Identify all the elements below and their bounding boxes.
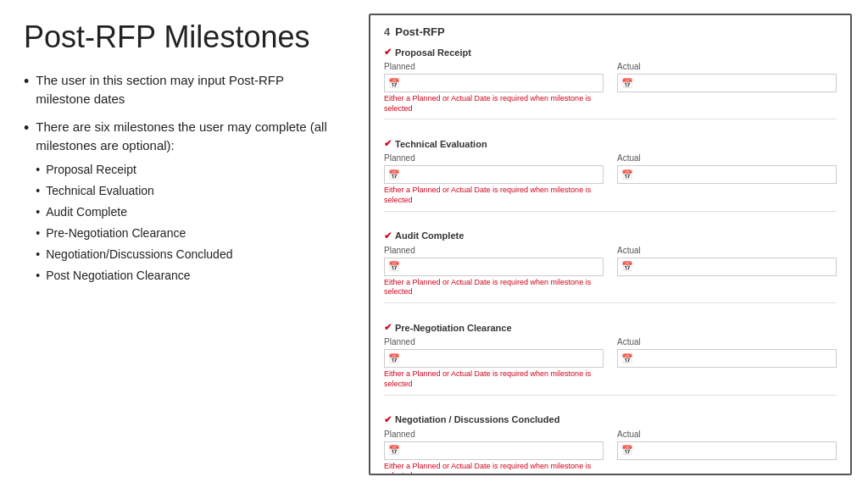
planned-date-input-4[interactable] — [403, 446, 599, 455]
calendar-planned-icon-0: 📅 — [388, 77, 400, 89]
milestone-check-0: ✔ — [384, 47, 392, 58]
actual-label-0: Actual — [617, 62, 837, 71]
bullet-item-2: There are six milestones the user may co… — [24, 118, 328, 288]
actual-field-4: Actual 📅 — [617, 430, 837, 460]
page-title: Post-RFP Milestones — [24, 20, 328, 54]
planned-input-wrapper-1[interactable]: 📅 — [384, 165, 604, 184]
validation-msg-planned-4: Either a Planned or Actual Date is requi… — [384, 462, 604, 476]
milestone-label-3: ✔ Pre-Negotiation Clearance — [384, 322, 837, 333]
actual-date-input-1[interactable] — [636, 170, 832, 180]
card-header: 4 Post-RFP — [384, 25, 837, 38]
actual-input-wrapper-2[interactable]: 📅 — [617, 258, 837, 276]
actual-field-1: Actual 📅 — [617, 153, 837, 184]
actual-date-input-2[interactable] — [636, 262, 832, 271]
calendar-actual-icon-1: 📅 — [621, 169, 633, 180]
sub-bullet-2: Technical Evaluation — [36, 182, 328, 200]
actual-input-wrapper-1[interactable]: 📅 — [617, 165, 837, 184]
bullet-item-1: The user in this section may input Post-… — [24, 71, 328, 109]
milestone-check-4: ✔ — [384, 414, 392, 425]
planned-field-3: Planned 📅 Either a Planned or Actual Dat… — [384, 337, 604, 389]
planned-date-input-1[interactable] — [403, 170, 599, 180]
divider-1 — [384, 211, 837, 212]
actual-label-3: Actual — [617, 337, 837, 347]
right-panel: 4 Post-RFP ✔ Proposal Receipt Planned 📅 … — [352, 0, 868, 488]
divider-2 — [384, 302, 837, 303]
sub-bullet-5: Negotiation/Discussions Concluded — [36, 246, 328, 263]
planned-date-input-3[interactable] — [403, 354, 599, 363]
milestone-check-3: ✔ — [384, 322, 392, 333]
milestone-row-1: ✔ Technical Evaluation Planned 📅 Either … — [384, 138, 837, 219]
divider-3 — [384, 395, 837, 396]
sub-bullet-list: Proposal Receipt Technical Evaluation Au… — [36, 161, 328, 285]
milestone-check-1: ✔ — [384, 138, 392, 149]
milestone-check-2: ✔ — [384, 230, 392, 241]
planned-label-4: Planned — [384, 430, 604, 439]
planned-input-wrapper-0[interactable]: 📅 — [384, 74, 604, 92]
validation-msg-planned-0: Either a Planned or Actual Date is requi… — [384, 94, 604, 114]
planned-label-2: Planned — [384, 246, 604, 255]
actual-field-3: Actual 📅 — [617, 337, 837, 368]
description-list: The user in this section may input Post-… — [24, 71, 328, 288]
actual-label-4: Actual — [617, 430, 837, 439]
actual-label-2: Actual — [617, 246, 837, 255]
milestone-name-0: Proposal Receipt — [395, 47, 471, 58]
calendar-actual-icon-3: 📅 — [621, 352, 633, 364]
milestone-row-3: ✔ Pre-Negotiation Clearance Planned 📅 Ei… — [384, 322, 837, 403]
fields-row-0: Planned 📅 Either a Planned or Actual Dat… — [384, 62, 837, 114]
planned-field-1: Planned 📅 Either a Planned or Actual Dat… — [384, 153, 604, 205]
planned-label-1: Planned — [384, 153, 604, 163]
planned-date-input-0[interactable] — [403, 79, 599, 88]
validation-msg-planned-2: Either a Planned or Actual Date is requi… — [384, 278, 604, 297]
fields-row-3: Planned 📅 Either a Planned or Actual Dat… — [384, 337, 837, 389]
milestones-container: ✔ Proposal Receipt Planned 📅 Either a Pl… — [384, 47, 837, 475]
milestone-label-1: ✔ Technical Evaluation — [384, 138, 837, 149]
planned-field-2: Planned 📅 Either a Planned or Actual Dat… — [384, 246, 604, 297]
validation-msg-planned-3: Either a Planned or Actual Date is requi… — [384, 369, 604, 389]
actual-date-input-4[interactable] — [636, 446, 832, 455]
sub-bullet-3: Audit Complete — [36, 203, 328, 221]
actual-date-input-3[interactable] — [636, 354, 832, 363]
actual-date-input-0[interactable] — [636, 79, 832, 88]
milestone-row-4: ✔ Negotiation / Discussions Concluded Pl… — [384, 414, 837, 476]
milestone-label-4: ✔ Negotiation / Discussions Concluded — [384, 414, 837, 425]
planned-field-0: Planned 📅 Either a Planned or Actual Dat… — [384, 62, 604, 114]
divider-0 — [384, 119, 837, 119]
milestone-name-2: Audit Complete — [395, 230, 464, 241]
milestone-label-0: ✔ Proposal Receipt — [384, 47, 837, 58]
fields-row-2: Planned 📅 Either a Planned or Actual Dat… — [384, 246, 837, 297]
sub-bullet-1: Proposal Receipt — [36, 161, 328, 179]
milestone-row-2: ✔ Audit Complete Planned 📅 Either a Plan… — [384, 230, 837, 312]
actual-field-2: Actual 📅 — [617, 246, 837, 276]
calendar-actual-icon-4: 📅 — [621, 445, 633, 457]
fields-row-1: Planned 📅 Either a Planned or Actual Dat… — [384, 153, 837, 205]
bullet-1-text: The user in this section may input Post-… — [36, 71, 328, 109]
planned-label-0: Planned — [384, 62, 604, 71]
calendar-planned-icon-1: 📅 — [388, 169, 400, 180]
milestone-name-4: Negotiation / Discussions Concluded — [395, 414, 559, 424]
bullet-2-text: There are six milestones the user may co… — [36, 119, 326, 153]
validation-msg-planned-1: Either a Planned or Actual Date is requi… — [384, 186, 604, 205]
fields-row-4: Planned 📅 Either a Planned or Actual Dat… — [384, 430, 837, 476]
actual-input-wrapper-4[interactable]: 📅 — [617, 441, 837, 460]
section-number: 4 — [384, 25, 390, 38]
calendar-actual-icon-2: 📅 — [621, 261, 633, 273]
planned-input-wrapper-2[interactable]: 📅 — [384, 258, 604, 276]
left-panel: Post-RFP Milestones The user in this sec… — [0, 0, 352, 488]
planned-input-wrapper-4[interactable]: 📅 — [384, 441, 604, 460]
milestone-name-1: Technical Evaluation — [395, 139, 487, 149]
calendar-actual-icon-0: 📅 — [621, 77, 633, 89]
sub-bullet-6: Post Negotiation Clearance — [36, 267, 328, 285]
sub-bullet-4: Pre-Negotiation Clearance — [36, 225, 328, 242]
calendar-planned-icon-3: 📅 — [388, 352, 400, 364]
actual-input-wrapper-3[interactable]: 📅 — [617, 349, 837, 368]
form-card: 4 Post-RFP ✔ Proposal Receipt Planned 📅 … — [369, 14, 852, 475]
milestone-label-2: ✔ Audit Complete — [384, 230, 837, 241]
calendar-planned-icon-4: 📅 — [388, 445, 400, 457]
actual-input-wrapper-0[interactable]: 📅 — [617, 74, 837, 92]
calendar-planned-icon-2: 📅 — [388, 261, 400, 273]
planned-field-4: Planned 📅 Either a Planned or Actual Dat… — [384, 430, 604, 476]
planned-date-input-2[interactable] — [403, 262, 599, 271]
planned-input-wrapper-3[interactable]: 📅 — [384, 349, 604, 368]
milestone-name-3: Pre-Negotiation Clearance — [395, 323, 512, 333]
planned-label-3: Planned — [384, 337, 604, 347]
